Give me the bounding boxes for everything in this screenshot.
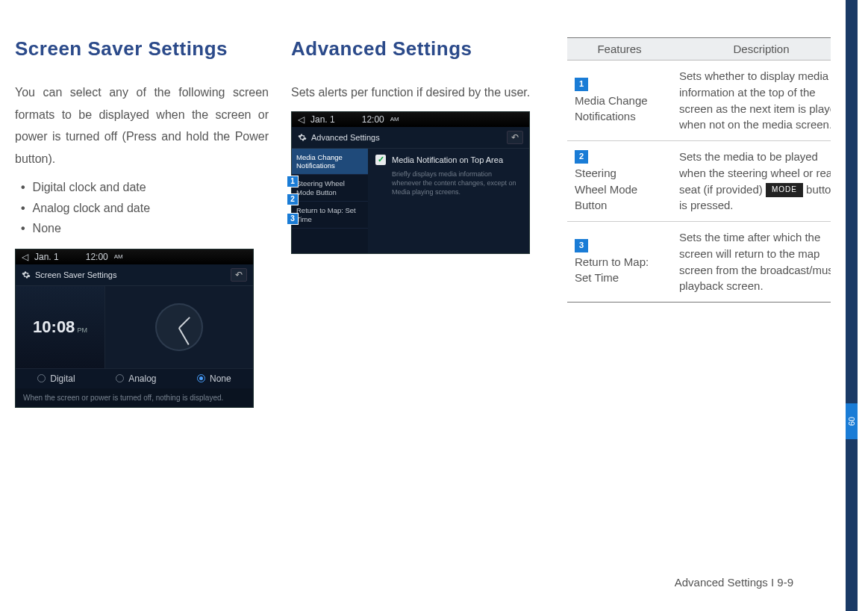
sidebar-item-return-map[interactable]: Return to Map: Set Time: [292, 202, 368, 229]
checkbox-icon: ✓: [375, 155, 386, 165]
feature-description: Sets the media to be played when the ste…: [672, 141, 851, 222]
screenshot-title: Advanced Settings: [311, 133, 380, 142]
gear-icon: [22, 270, 31, 279]
home-icon: ◁: [298, 114, 305, 125]
option-none-label: None: [210, 373, 231, 384]
screen-saver-heading: Screen Saver Settings: [15, 37, 269, 61]
digital-suffix: PM: [77, 326, 87, 334]
analog-clock-icon: [155, 303, 203, 351]
sidebar-item-steering-wheel[interactable]: Steering Wheel Mode Button: [292, 175, 368, 202]
chapter-tab: 09: [846, 403, 858, 439]
advanced-intro: Sets alerts per function if desired by t…: [291, 81, 545, 104]
mode-button-graphic: MODE: [766, 183, 803, 197]
checkbox-description: Briefly displays media information whene…: [375, 170, 522, 196]
screenshot-screen-saver: ◁ Jan. 1 12:00 AM Screen Saver Settings …: [15, 249, 254, 408]
bullet-none: None: [21, 218, 269, 238]
screen-saver-bullets: Digital clock and date Analog clock and …: [15, 177, 269, 238]
sidebar-item-media-change[interactable]: Media Change Notifications: [292, 149, 368, 176]
feature-number-badge: 2: [575, 150, 588, 164]
status-ampm: AM: [114, 253, 123, 260]
side-tab: 09: [831, 0, 868, 611]
radio-icon: [197, 374, 205, 382]
bullet-analog: Analog clock and date: [21, 198, 269, 218]
table-row: 2 Steering Wheel Mode Button Sets the me…: [567, 141, 851, 222]
advanced-heading: Advanced Settings: [291, 37, 545, 61]
table-row: 3 Return to Map: Set Time Sets the time …: [567, 222, 851, 303]
feature-number-badge: 3: [575, 239, 588, 252]
option-analog-label: Analog: [128, 373, 156, 384]
feature-number-badge: 1: [575, 78, 588, 91]
feature-label: Steering Wheel Mode Button: [575, 165, 649, 214]
gear-icon: [298, 133, 307, 142]
back-button[interactable]: ↶: [507, 131, 523, 144]
feature-description: Sets whether to display media informatio…: [672, 61, 851, 141]
callout-2: 2: [287, 193, 299, 205]
screenshot-note: When the screen or power is turned off, …: [16, 388, 253, 407]
digital-time: 10:08: [33, 317, 75, 336]
feature-label: Media Change Notifications: [575, 93, 649, 125]
radio-icon: [37, 374, 46, 382]
status-date: Jan. 1: [310, 114, 335, 125]
th-features: Features: [567, 38, 672, 61]
option-analog[interactable]: Analog: [116, 373, 156, 384]
radio-icon: [116, 374, 124, 382]
option-none[interactable]: None: [197, 373, 231, 384]
checkbox-media-notification[interactable]: ✓ Media Notification on Top Area: [375, 155, 522, 165]
back-button[interactable]: ↶: [231, 268, 247, 282]
status-time: 12:00: [86, 252, 108, 262]
option-digital[interactable]: Digital: [37, 373, 75, 384]
features-table: Features Description 1 Media Change Noti…: [567, 37, 851, 303]
feature-label: Return to Map: Set Time: [575, 254, 649, 287]
th-description: Description: [672, 38, 851, 61]
bullet-digital: Digital clock and date: [21, 177, 269, 197]
callout-1: 1: [287, 176, 299, 187]
page-footer: Advanced Settings I 9-9: [675, 576, 793, 589]
status-date: Jan. 1: [34, 252, 59, 262]
screenshot-title: Screen Saver Settings: [35, 270, 116, 279]
home-icon: ◁: [22, 252, 28, 262]
status-ampm: AM: [390, 116, 399, 122]
table-row: 1 Media Change Notifications Sets whethe…: [567, 61, 851, 141]
feature-description: Sets the time after which the screen wil…: [672, 222, 851, 303]
option-digital-label: Digital: [50, 373, 75, 384]
status-time: 12:00: [362, 114, 384, 125]
screenshot-advanced: ◁ Jan. 1 12:00 AM Advanced Settings ↶: [291, 111, 530, 254]
callout-3: 3: [287, 213, 299, 225]
checkbox-label: Media Notification on Top Area: [392, 155, 503, 164]
screen-saver-intro: You can select any of the following scre…: [15, 81, 269, 170]
